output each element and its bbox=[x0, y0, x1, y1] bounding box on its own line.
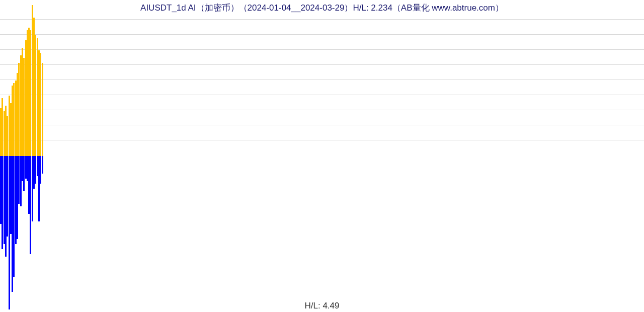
chart-area bbox=[0, 0, 644, 312]
bar-down bbox=[42, 156, 43, 174]
bottom-label: H/L: 4.49 bbox=[0, 301, 644, 311]
bars-layer bbox=[0, 0, 644, 312]
bar-up bbox=[42, 63, 43, 156]
chart-title: AIUSDT_1d AI（加密币）（2024-01-04__2024-03-29… bbox=[0, 2, 644, 14]
